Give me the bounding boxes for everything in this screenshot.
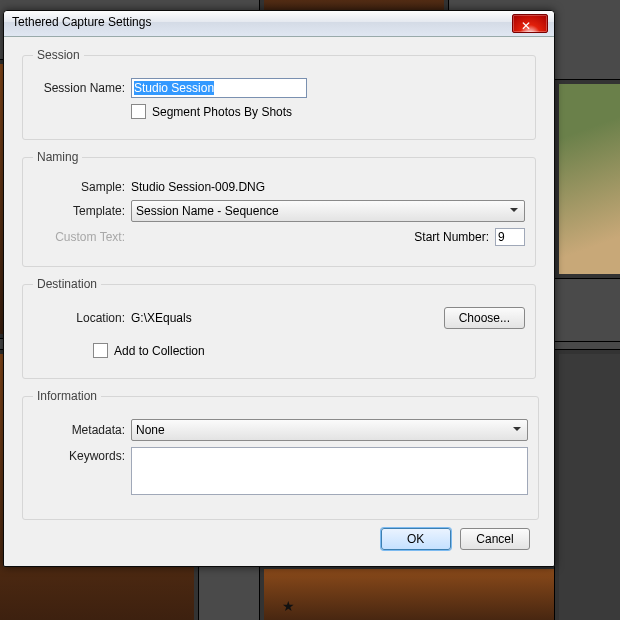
session-legend: Session	[33, 48, 84, 62]
close-icon: ✕	[521, 19, 531, 34]
metadata-value: None	[136, 423, 165, 437]
rating-star: ★	[282, 598, 295, 614]
destination-group: Destination Location: G:\XEquals Choose.…	[22, 277, 536, 379]
tethered-capture-dialog: Tethered Capture Settings ✕ Session Sess…	[3, 10, 555, 567]
keywords-label: Keywords:	[33, 447, 131, 463]
start-number-label: Start Number:	[414, 230, 489, 244]
session-group: Session Session Name: Studio Session Seg…	[22, 48, 536, 140]
template-select[interactable]: Session Name - Sequence	[131, 200, 525, 222]
session-name-value: Studio Session	[134, 81, 214, 95]
metadata-label: Metadata:	[33, 423, 131, 437]
location-label: Location:	[33, 311, 131, 325]
sample-value: Studio Session-009.DNG	[131, 180, 265, 194]
segment-photos-label: Segment Photos By Shots	[152, 105, 292, 119]
template-label: Template:	[33, 204, 131, 218]
keywords-input[interactable]	[131, 447, 528, 495]
start-number-input[interactable]	[495, 228, 525, 246]
session-name-label: Session Name:	[33, 81, 131, 95]
naming-group: Naming Sample: Studio Session-009.DNG Te…	[22, 150, 536, 267]
close-button[interactable]: ✕	[512, 14, 548, 33]
destination-legend: Destination	[33, 277, 101, 291]
metadata-select[interactable]: None	[131, 419, 528, 441]
ok-button[interactable]: OK	[381, 528, 451, 550]
add-to-collection-checkbox[interactable]	[93, 343, 108, 358]
session-name-input[interactable]: Studio Session	[131, 78, 307, 98]
template-value: Session Name - Sequence	[136, 204, 279, 218]
cancel-button[interactable]: Cancel	[460, 528, 530, 550]
add-to-collection-label: Add to Collection	[114, 344, 205, 358]
dialog-title: Tethered Capture Settings	[12, 15, 151, 29]
dialog-button-row: OK Cancel	[375, 528, 530, 550]
location-value: G:\XEquals	[131, 311, 444, 325]
information-group: Information Metadata: None Keywords:	[22, 389, 539, 520]
choose-button[interactable]: Choose...	[444, 307, 525, 329]
sample-label: Sample:	[33, 180, 131, 194]
titlebar[interactable]: Tethered Capture Settings ✕	[4, 11, 554, 37]
information-legend: Information	[33, 389, 101, 403]
naming-legend: Naming	[33, 150, 82, 164]
segment-photos-checkbox[interactable]	[131, 104, 146, 119]
custom-text-label: Custom Text:	[33, 230, 131, 244]
